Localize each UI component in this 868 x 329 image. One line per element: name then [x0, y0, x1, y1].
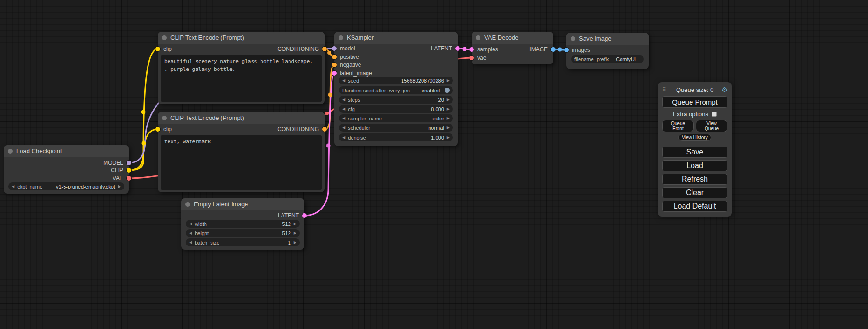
denoise-widget[interactable]: ◀ denoise 1.000 ▶	[339, 133, 453, 141]
latent-port-icon[interactable]	[455, 46, 460, 51]
next-arrow-icon[interactable]: ▶	[447, 78, 450, 83]
view-queue-button[interactable]: View Queue	[696, 120, 727, 132]
latent-port-icon[interactable]	[469, 47, 474, 52]
node-title-bar[interactable]: Load Checkpoint	[4, 145, 129, 157]
port-vae-input[interactable]: vae	[469, 55, 486, 61]
vae-port-icon[interactable]	[469, 56, 474, 60]
save-button[interactable]: Save	[662, 147, 727, 158]
port-samples-input[interactable]: samples	[469, 46, 498, 53]
prev-arrow-icon[interactable]: ◀	[342, 98, 345, 102]
prev-arrow-icon[interactable]: ◀	[189, 231, 192, 235]
next-arrow-icon[interactable]: ▶	[294, 231, 296, 235]
collapse-dot-icon[interactable]	[185, 202, 190, 207]
next-arrow-icon[interactable]: ▶	[447, 107, 450, 111]
port-clip-input[interactable]: clip	[155, 46, 172, 52]
load-button[interactable]: Load	[662, 160, 727, 171]
port-model-output[interactable]: MODEL	[103, 160, 131, 166]
port-images-input[interactable]: images	[564, 47, 590, 53]
settings-gear-icon[interactable]: ⚙	[721, 86, 727, 93]
sampler-name-widget[interactable]: ◀ sampler_name euler ▶	[339, 114, 453, 122]
prev-arrow-icon[interactable]: ◀	[189, 222, 192, 226]
collapse-dot-icon[interactable]	[162, 116, 167, 120]
prompt-textarea[interactable]: text, watermark	[161, 135, 322, 190]
prev-arrow-icon[interactable]: ◀	[342, 116, 345, 120]
extra-options-checkbox[interactable]	[712, 112, 717, 117]
scheduler-widget[interactable]: ◀ scheduler normal ▶	[339, 124, 453, 132]
next-arrow-icon[interactable]: ▶	[447, 98, 450, 102]
model-port-icon[interactable]	[332, 46, 337, 51]
image-port-icon[interactable]	[564, 48, 569, 52]
collapse-dot-icon[interactable]	[571, 36, 575, 41]
latent-port-icon[interactable]	[332, 71, 337, 76]
drag-handle-icon[interactable]: ⠿	[662, 86, 666, 93]
node-clip-text-encode-negative[interactable]: CLIP Text Encode (Prompt) clip CONDITION…	[158, 112, 325, 192]
port-latent-output[interactable]: LATENT	[278, 212, 307, 219]
queue-front-button[interactable]: Queue Front	[662, 120, 694, 132]
refresh-button[interactable]: Refresh	[662, 174, 727, 185]
node-title-bar[interactable]: Save Image	[566, 33, 649, 45]
node-clip-text-encode-positive[interactable]: CLIP Text Encode (Prompt) clip CONDITION…	[158, 32, 325, 104]
node-title-bar[interactable]: VAE Decode	[472, 32, 553, 44]
prev-arrow-icon[interactable]: ◀	[342, 78, 345, 83]
conditioning-port-icon[interactable]	[332, 55, 337, 59]
image-port-icon[interactable]	[551, 47, 556, 52]
prev-arrow-icon[interactable]: ◀	[12, 184, 14, 189]
node-save-image[interactable]: Save Image images filename_prefix ComfyU…	[566, 33, 649, 69]
node-graph-canvas[interactable]: Load Checkpoint MODEL CLIP VAE ◀ ckpt_na…	[0, 0, 868, 329]
prev-arrow-icon[interactable]: ◀	[342, 107, 345, 111]
port-conditioning-output[interactable]: CONDITIONING	[277, 126, 327, 133]
collapse-dot-icon[interactable]	[476, 35, 480, 40]
port-clip-output[interactable]: CLIP	[111, 167, 131, 174]
width-widget[interactable]: ◀ width 512 ▶	[186, 220, 300, 228]
port-model-input[interactable]: model	[332, 45, 355, 52]
prompt-textarea[interactable]: beautiful scenery nature glass bottle la…	[161, 55, 322, 102]
batch-size-widget[interactable]: ◀ batch_size 1 ▶	[186, 238, 300, 246]
cfg-widget[interactable]: ◀ cfg 8.000 ▶	[339, 105, 453, 113]
port-latent-image-input[interactable]: latent_image	[332, 70, 372, 77]
port-latent-output[interactable]: LATENT	[431, 45, 460, 52]
port-vae-output[interactable]: VAE	[113, 175, 131, 182]
height-widget[interactable]: ◀ height 512 ▶	[186, 229, 300, 237]
next-arrow-icon[interactable]: ▶	[447, 126, 450, 130]
next-arrow-icon[interactable]: ▶	[447, 135, 450, 140]
load-default-button[interactable]: Load Default	[662, 201, 727, 212]
latent-port-icon[interactable]	[302, 213, 307, 218]
node-title-bar[interactable]: KSampler	[334, 32, 458, 44]
conditioning-port-icon[interactable]	[322, 47, 327, 51]
ckpt-name-widget[interactable]: ◀ ckpt_name v1-5-pruned-emaonly.ckpt ▶	[8, 182, 124, 190]
node-empty-latent-image[interactable]: Empty Latent Image LATENT ◀ width 512 ▶ …	[181, 198, 304, 250]
port-image-output[interactable]: IMAGE	[529, 46, 556, 53]
next-arrow-icon[interactable]: ▶	[294, 240, 296, 245]
next-arrow-icon[interactable]: ▶	[447, 116, 450, 120]
port-conditioning-output[interactable]: CONDITIONING	[277, 46, 327, 52]
prev-arrow-icon[interactable]: ◀	[342, 126, 345, 130]
clear-button[interactable]: Clear	[662, 187, 727, 198]
queue-prompt-button[interactable]: Queue Prompt	[662, 96, 727, 108]
port-negative-input[interactable]: negative	[332, 62, 361, 68]
node-load-checkpoint[interactable]: Load Checkpoint MODEL CLIP VAE ◀ ckpt_na…	[4, 145, 129, 194]
view-history-button[interactable]: View History	[678, 134, 711, 141]
node-vae-decode[interactable]: VAE Decode samples vae IMAGE	[472, 32, 553, 64]
collapse-dot-icon[interactable]	[162, 35, 167, 40]
clip-port-icon[interactable]	[155, 127, 160, 132]
prev-arrow-icon[interactable]: ◀	[189, 240, 192, 245]
node-title-bar[interactable]: Empty Latent Image	[181, 198, 304, 210]
collapse-dot-icon[interactable]	[339, 35, 343, 40]
random-seed-toggle-widget[interactable]: Random seed after every gen enabled	[339, 86, 453, 94]
node-title-bar[interactable]: CLIP Text Encode (Prompt)	[158, 112, 325, 124]
collapse-dot-icon[interactable]	[8, 149, 13, 154]
filename-prefix-widget[interactable]: filename_prefix ComfyUI	[571, 55, 644, 63]
node-title-bar[interactable]: CLIP Text Encode (Prompt)	[158, 32, 325, 44]
next-arrow-icon[interactable]: ▶	[118, 184, 121, 189]
seed-widget[interactable]: ◀ seed 156680208700286 ▶	[339, 77, 453, 84]
port-positive-input[interactable]: positive	[332, 54, 359, 60]
toggle-dot-icon[interactable]	[445, 88, 450, 93]
clip-port-icon[interactable]	[127, 168, 131, 173]
prev-arrow-icon[interactable]: ◀	[342, 135, 345, 140]
conditioning-port-icon[interactable]	[332, 63, 337, 67]
steps-widget[interactable]: ◀ steps 20 ▶	[339, 96, 453, 104]
vae-port-icon[interactable]	[127, 176, 131, 181]
conditioning-port-icon[interactable]	[322, 127, 327, 132]
next-arrow-icon[interactable]: ▶	[294, 222, 296, 226]
clip-port-icon[interactable]	[155, 47, 160, 51]
